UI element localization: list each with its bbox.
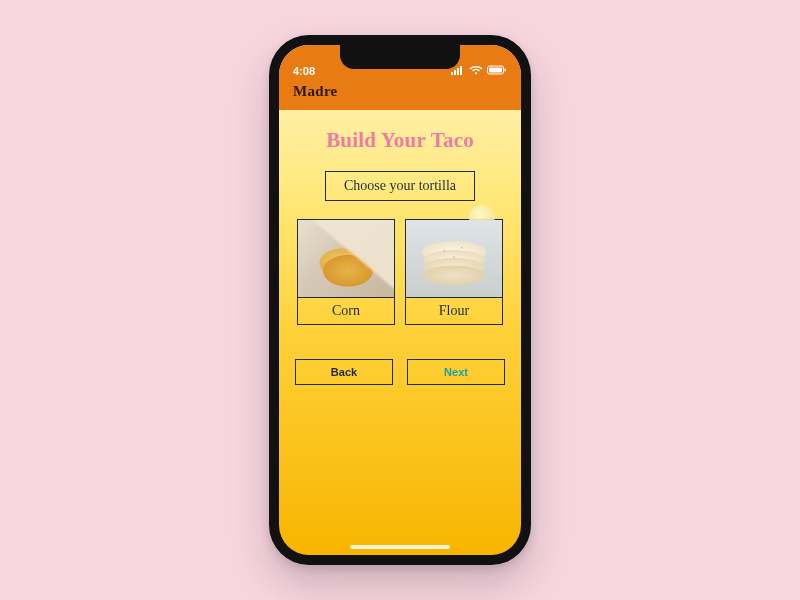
option-row: Corn Flour: [295, 219, 505, 325]
svg-rect-3: [460, 66, 462, 75]
flour-tortilla-image: [406, 220, 502, 298]
home-indicator[interactable]: [350, 545, 450, 549]
svg-rect-7: [505, 69, 507, 72]
notch: [340, 45, 460, 69]
phone-frame: 4:08 Madre Build Your Taco Choose your t…: [269, 35, 531, 565]
status-right: [451, 65, 507, 77]
screen: 4:08 Madre Build Your Taco Choose your t…: [279, 45, 521, 555]
option-label: Corn: [298, 298, 394, 324]
svg-rect-0: [451, 72, 453, 75]
brand-label: Madre: [293, 83, 507, 100]
svg-rect-6: [489, 68, 502, 73]
svg-rect-1: [454, 70, 456, 75]
option-corn[interactable]: Corn: [297, 219, 395, 325]
option-flour[interactable]: Flour: [405, 219, 503, 325]
nav-buttons: Back Next: [295, 359, 505, 385]
content: Build Your Taco Choose your tortilla Cor…: [279, 110, 521, 385]
wifi-icon: [469, 65, 483, 77]
step-subtitle: Choose your tortilla: [325, 171, 475, 201]
option-label: Flour: [406, 298, 502, 324]
back-button[interactable]: Back: [295, 359, 393, 385]
battery-icon: [487, 65, 507, 77]
svg-point-4: [475, 72, 477, 74]
next-button[interactable]: Next: [407, 359, 505, 385]
corn-tortilla-image: [298, 220, 394, 298]
page-title: Build Your Taco: [326, 128, 474, 153]
svg-rect-2: [457, 68, 459, 75]
status-time: 4:08: [293, 65, 315, 77]
app-header: Madre: [279, 79, 521, 110]
